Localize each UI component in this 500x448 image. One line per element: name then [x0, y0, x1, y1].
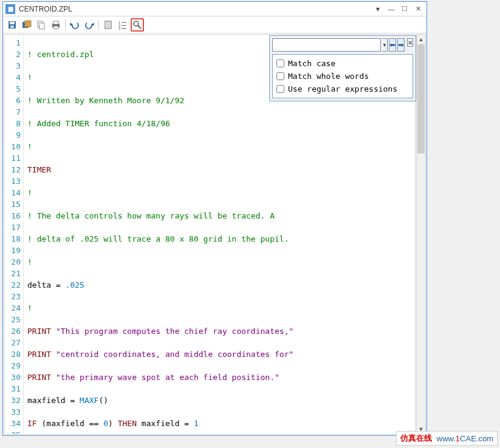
line-number: 10 [4, 141, 21, 152]
match-whole-label: Match whole words [288, 72, 369, 81]
save-icon [7, 20, 17, 30]
line-number: 12 [4, 164, 21, 175]
line-number: 1 [4, 37, 21, 49]
saveas-icon [22, 20, 32, 30]
search-panel: ▼ ⬅ ➡ ✕ Match case Match whole words Use… [269, 35, 416, 101]
match-whole-checkbox[interactable] [276, 72, 284, 80]
code-line: delta = .025 [27, 279, 411, 291]
copy-icon [36, 20, 46, 30]
redo-icon [84, 20, 94, 30]
arrow-left-icon: ⬅ [389, 41, 396, 49]
match-whole-option[interactable]: Match whole words [276, 70, 409, 83]
match-case-checkbox[interactable] [276, 59, 284, 67]
regex-option[interactable]: Use regular expressions [276, 83, 409, 95]
dropdown-button[interactable]: ▼ [372, 4, 384, 15]
search-next-button[interactable]: ➡ [397, 38, 405, 52]
line-number: 2 [4, 49, 21, 60]
window-title: CENTROID.ZPL [19, 5, 372, 13]
maximize-button[interactable]: ☐ [399, 4, 411, 15]
line-number: 26 [4, 325, 21, 337]
line-number: 22 [4, 279, 21, 291]
code-line: ! The delta controls how many rays will … [27, 210, 411, 222]
line-number: 20 [4, 256, 21, 268]
line-number: 15 [4, 199, 21, 210]
toolbar-separator [65, 19, 66, 30]
code-line: ! [27, 302, 411, 314]
svg-line-21 [138, 25, 141, 29]
close-button[interactable]: ✕ [412, 4, 424, 15]
brand-url: www.1CAE.com [437, 434, 493, 443]
select-button[interactable] [101, 18, 115, 32]
code-line: ! Added TIMER function 4/18/96 [27, 118, 411, 129]
scroll-thumb[interactable] [417, 44, 425, 154]
vertical-scrollbar[interactable]: ▲ ▼ [416, 34, 426, 435]
search-close-button[interactable]: ✕ [407, 38, 413, 47]
line-number: 33 [4, 406, 21, 418]
line-number: 3 [4, 60, 21, 72]
line-number: 35 [4, 429, 21, 435]
search-icon [132, 20, 142, 30]
svg-rect-6 [39, 23, 44, 29]
line-number: 34 [4, 418, 21, 429]
line-number: 29 [4, 360, 21, 372]
line-number: 13 [4, 175, 21, 187]
match-case-label: Match case [288, 59, 335, 68]
line-number: 9 [4, 129, 21, 141]
find-button[interactable] [131, 18, 144, 32]
code-line: ! delta of .025 will trace a 80 x 80 gri… [27, 233, 411, 245]
code-line: ! [27, 256, 411, 268]
redo-button[interactable] [83, 18, 96, 32]
code-line: TIMER [27, 164, 411, 175]
line-number: 19 [4, 245, 21, 256]
line-number: 14 [4, 187, 21, 199]
match-case-option[interactable]: Match case [276, 57, 409, 70]
app-icon: ▦ [5, 4, 15, 14]
scroll-up-button[interactable]: ▲ [417, 35, 425, 44]
line-number: 7 [4, 106, 21, 118]
copy-button[interactable] [35, 18, 48, 32]
line-number: 5 [4, 83, 21, 95]
line-number: 18 [4, 233, 21, 245]
svg-rect-8 [53, 21, 58, 24]
brand-cn: 仿真在线 [400, 433, 432, 444]
toolbar: 123 [3, 16, 426, 33]
outline-button[interactable]: 123 [116, 18, 129, 32]
saveas-button[interactable] [20, 18, 33, 32]
print-button[interactable] [49, 18, 63, 32]
save-button[interactable] [5, 18, 19, 32]
line-number: 21 [4, 268, 21, 279]
minimize-button[interactable]: — [385, 4, 397, 15]
svg-rect-1 [10, 22, 15, 24]
line-number: 8 [4, 118, 21, 129]
line-gutter: 1 2 3 4 5 6 7 8 9 10 11 12 13 14 15 16 1… [4, 35, 24, 434]
svg-rect-4 [25, 21, 31, 27]
print-icon [51, 20, 61, 30]
regex-checkbox[interactable] [276, 85, 284, 93]
list-icon: 123 [118, 20, 128, 30]
svg-rect-9 [53, 26, 58, 29]
line-number: 17 [4, 222, 21, 233]
line-number: 11 [4, 152, 21, 164]
line-number: 24 [4, 302, 21, 314]
svg-rect-2 [10, 25, 14, 28]
line-number: 23 [4, 291, 21, 302]
line-number: 32 [4, 395, 21, 406]
search-history-dropdown[interactable]: ▼ [382, 38, 388, 52]
regex-label: Use regular expressions [288, 84, 397, 93]
undo-button[interactable] [68, 18, 81, 32]
brand-badge: 仿真在线 www.1CAE.com [396, 431, 498, 446]
code-line: ! [27, 187, 411, 199]
line-number: 31 [4, 383, 21, 395]
code-line: PRINT "the primary wave spot at each fie… [27, 372, 411, 383]
line-number: 4 [4, 72, 21, 83]
code-line: maxfield = MAXF() [27, 395, 411, 406]
search-prev-button[interactable]: ⬅ [389, 38, 396, 52]
arrow-right-icon: ➡ [398, 41, 404, 49]
search-input[interactable] [272, 38, 381, 52]
undo-icon [70, 20, 80, 30]
search-options: Match case Match whole words Use regular… [272, 54, 413, 98]
line-number: 28 [4, 348, 21, 360]
svg-point-20 [134, 21, 139, 26]
code-line: ! [27, 141, 411, 152]
toolbar-separator [98, 19, 99, 30]
